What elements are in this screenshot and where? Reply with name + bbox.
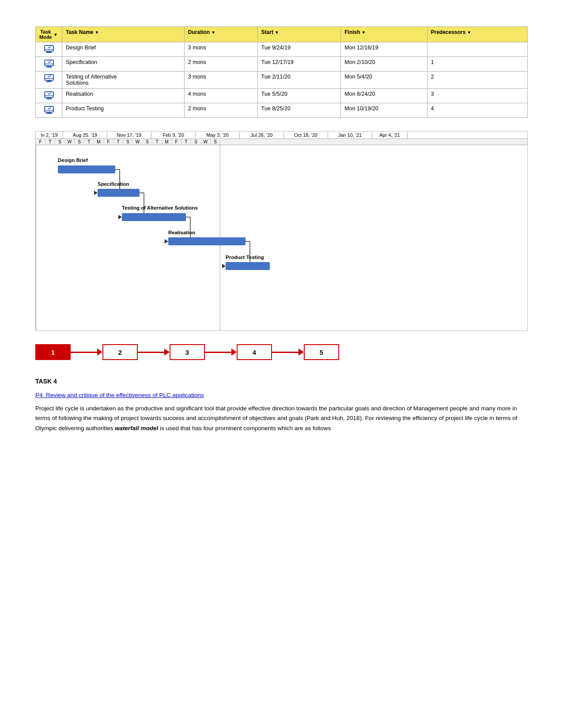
gantt-header-date: Oct 18, '20 <box>284 131 328 139</box>
header-task-name[interactable]: Task Name ▼ <box>62 27 185 42</box>
progress-row: 12345 <box>35 344 528 360</box>
gantt-sub-day: T <box>181 139 191 145</box>
task4-title: TASK 4 <box>35 378 528 385</box>
gantt-header-date: Feb 9, '20 <box>151 131 196 139</box>
svg-marker-23 <box>94 191 98 195</box>
svg-rect-1 <box>47 51 51 52</box>
gantt-sub-day: F <box>104 139 113 145</box>
gantt-sub-day: W <box>133 139 143 145</box>
gantt-bar <box>58 165 115 173</box>
svg-rect-18 <box>46 113 52 114</box>
svg-marker-35 <box>222 264 226 268</box>
svg-marker-31 <box>165 239 168 244</box>
header-start[interactable]: Start ▼ <box>257 27 341 42</box>
gantt-sub-day: T <box>84 139 94 145</box>
task4-section: TASK 4 P4. Review and critique of the ef… <box>35 378 528 433</box>
header-duration[interactable]: Duration ▼ <box>184 27 257 42</box>
progress-box-3: 3 <box>170 344 205 360</box>
svg-rect-10 <box>46 81 52 82</box>
task-duration-cell: 3 mons <box>184 42 257 57</box>
svg-rect-14 <box>46 98 52 99</box>
task-finish-cell: Mon 2/10/20 <box>341 57 427 71</box>
task-name-cell: Product Testing <box>62 103 185 118</box>
gantt-sub-day: W <box>65 139 75 145</box>
gantt-sub-day: F <box>172 139 181 145</box>
task-mode-icon <box>36 57 62 71</box>
gantt-header-date: in 2, '19 <box>36 131 63 139</box>
gantt-header-date: Jul 26, '20 <box>240 131 284 139</box>
gantt-header-date: Apr 4, '21 <box>372 131 408 139</box>
gantt-sub-day: T <box>152 139 162 145</box>
gantt-sub-day: S <box>55 139 65 145</box>
task-mode-icon <box>36 89 62 103</box>
task-start-cell: Tue 5/5/20 <box>257 89 341 103</box>
task-duration-cell: 2 mons <box>184 57 257 71</box>
task-start-cell: Tue 12/17/19 <box>257 57 341 71</box>
gantt-sub-day: T <box>113 139 123 145</box>
task-duration-cell: 3 mons <box>184 71 257 89</box>
task-predecessors-cell: 1 <box>427 57 527 71</box>
gantt-subheader-row: FTSWSTMFTSWSTMFTSWS <box>36 139 527 145</box>
task-finish-cell: Mon 10/19/20 <box>341 103 427 118</box>
svg-rect-2 <box>46 52 52 53</box>
task-predecessors-cell: 4 <box>427 103 527 118</box>
gantt-header-date: May 3, '20 <box>196 131 240 139</box>
gantt-table: TaskMode ▼ Task Name ▼ Duration ▼ Start … <box>35 26 528 118</box>
task4-body: Project life cycle is undertaken as the … <box>35 404 528 433</box>
gantt-sub-day: W <box>201 139 211 145</box>
gantt-sub-day: M <box>162 139 172 145</box>
gantt-sub-day: S <box>75 139 84 145</box>
svg-rect-6 <box>46 67 52 68</box>
gantt-bar-label: Product Testing <box>226 255 264 260</box>
gantt-chart: in 2, '19Aug 25, '19Nov 17, '19Feb 9, '2… <box>35 131 528 331</box>
gantt-body: Design Brief Specification Testing of Al… <box>36 145 527 330</box>
gantt-header-date: Aug 25, '19 <box>63 131 107 139</box>
gantt-sub-day: M <box>94 139 104 145</box>
task-mode-icon <box>36 71 62 89</box>
gantt-bar <box>226 262 270 270</box>
svg-rect-13 <box>47 98 51 98</box>
progress-box-2: 2 <box>102 344 138 360</box>
gantt-header-row: in 2, '19Aug 25, '19Nov 17, '19Feb 9, '2… <box>36 131 527 139</box>
task4-subtitle: P4. Review and critique of the effective… <box>35 392 528 398</box>
gantt-bar-label: Testing of Alternative Solutions <box>122 205 198 210</box>
progress-arrow <box>205 349 237 356</box>
svg-rect-17 <box>47 112 51 113</box>
progress-arrow <box>138 349 170 356</box>
task-mode-icon <box>36 103 62 118</box>
header-mode[interactable]: TaskMode ▼ <box>36 27 62 42</box>
task-finish-cell: Mon 12/16/19 <box>341 42 427 57</box>
task-finish-cell: Mon 5/4/20 <box>341 71 427 89</box>
gantt-bar-label: Specification <box>98 181 129 187</box>
task-start-cell: Tue 8/25/20 <box>257 103 341 118</box>
gantt-bar-label: Design Brief <box>58 158 88 163</box>
gantt-sub-day: S <box>143 139 152 145</box>
gantt-bar <box>168 237 246 245</box>
svg-marker-27 <box>118 215 122 219</box>
task-predecessors-cell: 3 <box>427 89 527 103</box>
task-name-cell: Specification <box>62 57 185 71</box>
task-finish-cell: Mon 8/24/20 <box>341 89 427 103</box>
header-finish[interactable]: Finish ▼ <box>341 27 427 42</box>
progress-arrow <box>71 349 102 356</box>
gantt-header-date: Jan 10, '21 <box>328 131 372 139</box>
task-mode-icon <box>36 42 62 57</box>
gantt-sub-day: T <box>45 139 55 145</box>
gantt-bar-label: Realisation <box>168 230 195 235</box>
task-duration-cell: 4 mons <box>184 89 257 103</box>
svg-rect-5 <box>47 66 51 67</box>
gantt-sub-day: S <box>191 139 201 145</box>
task-predecessors-cell: 2 <box>427 71 527 89</box>
gantt-sub-day: S <box>211 139 220 145</box>
gantt-sub-day: F <box>36 139 45 145</box>
gantt-left-border <box>36 145 36 330</box>
svg-rect-9 <box>47 80 51 81</box>
task-start-cell: Tue 2/11/20 <box>257 71 341 89</box>
task-name-cell: Testing of AlternativeSolutions <box>62 71 185 89</box>
task-start-cell: Tue 9/24/19 <box>257 42 341 57</box>
header-predecessors[interactable]: Predecessors ▼ <box>427 27 527 42</box>
task-predecessors-cell <box>427 42 527 57</box>
task-duration-cell: 2 mons <box>184 103 257 118</box>
task-name-cell: Realisation <box>62 89 185 103</box>
task-name-cell: Design Brief <box>62 42 185 57</box>
